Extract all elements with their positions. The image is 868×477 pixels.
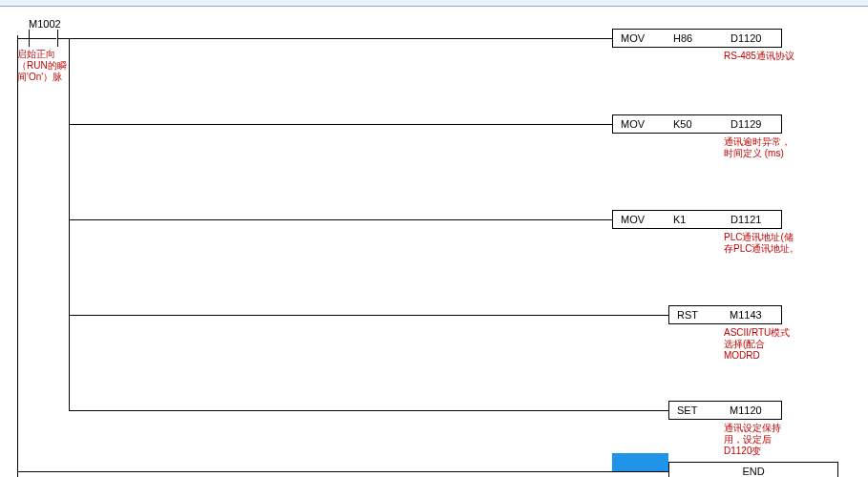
opr1: M1143 — [722, 309, 779, 321]
contact-comment: 启始正向（RUN的瞬间'On'）脉 — [17, 49, 74, 83]
opr1: K1 — [666, 214, 723, 225]
power-rail — [17, 35, 18, 477]
end-label: END — [742, 466, 764, 477]
window-border — [0, 0, 868, 7]
contact-label: M1002 — [29, 18, 61, 30]
branch-line — [69, 38, 70, 410]
rung-wire-1 — [69, 124, 612, 125]
opr2: D1121 — [723, 214, 780, 225]
rung-wire-2 — [69, 219, 612, 220]
rung-wire-4 — [69, 410, 668, 411]
op: MOV — [613, 214, 666, 225]
end-instruction[interactable]: END — [668, 462, 838, 477]
instruction-mov-0[interactable]: MOV H86 D1120 — [612, 29, 782, 48]
rung-wire-0 — [69, 38, 612, 39]
instruction-rst[interactable]: RST M1143 — [668, 305, 782, 324]
op: MOV — [613, 32, 666, 44]
instruction-comment-4: 通讯设定保持用，设定后D1120变 — [724, 423, 795, 457]
opr2: D1120 — [723, 32, 780, 44]
instruction-mov-2[interactable]: MOV K1 D1121 — [612, 210, 782, 229]
instruction-comment-1: 通讯逾时异常，时间定义 (ms) — [724, 136, 795, 159]
instruction-comment-2: PLC通讯地址(储存PLC通讯地址, — [724, 232, 795, 255]
instruction-mov-1[interactable]: MOV K50 D1129 — [612, 114, 782, 134]
op: SET — [669, 404, 722, 416]
contact-symbol[interactable] — [17, 30, 69, 47]
instruction-comment-0: RS-485通讯协议 — [724, 51, 795, 62]
instruction-set[interactable]: SET M1120 — [668, 401, 782, 420]
op: MOV — [613, 118, 666, 130]
instruction-comment-3: ASCII/RTU模式选择(配合MODRD — [724, 327, 795, 362]
rung-wire-end — [17, 471, 668, 472]
op: RST — [669, 309, 722, 321]
opr1: M1120 — [722, 404, 779, 416]
opr1: K50 — [666, 118, 723, 130]
cursor-highlight — [612, 453, 668, 472]
rung-wire-3 — [69, 315, 668, 316]
ladder-diagram: M1002 启始正向（RUN的瞬间'On'）脉 MOV H86 D1120 RS… — [0, 7, 868, 477]
opr2: D1129 — [723, 118, 780, 130]
opr1: H86 — [666, 32, 723, 44]
